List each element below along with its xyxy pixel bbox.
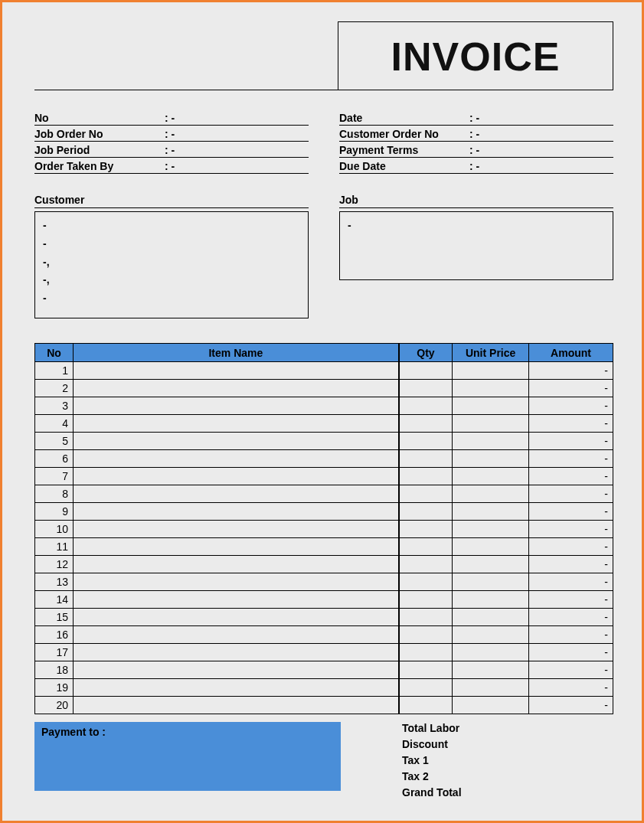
customer-line: -	[43, 289, 300, 308]
cell-amount: -	[529, 679, 613, 697]
cell-qty	[399, 538, 453, 556]
total-tax2: Tax 2	[402, 770, 613, 786]
table-row: 6-	[35, 450, 613, 468]
header-price: Unit Price	[453, 344, 529, 362]
cell-amount: -	[529, 661, 613, 679]
cell-amount: -	[529, 397, 613, 415]
cell-amount: -	[529, 468, 613, 485]
job-col: Job -	[339, 194, 613, 318]
info-section: No : - Job Order No : - Job Period : - O…	[34, 109, 613, 174]
table-row: 8-	[35, 485, 613, 503]
cell-qty	[399, 380, 453, 397]
cell-item	[73, 503, 398, 521]
cell-amount: -	[529, 415, 613, 433]
cell-qty	[399, 415, 453, 433]
cell-no: 1	[35, 362, 74, 380]
cell-price	[453, 362, 529, 380]
cell-price	[453, 415, 529, 433]
cell-no: 20	[35, 697, 74, 714]
customer-label: Customer	[34, 194, 309, 208]
cell-no: 9	[35, 503, 74, 521]
info-payment-terms: Payment Terms : -	[339, 142, 613, 158]
table-row: 9-	[35, 503, 613, 521]
cell-item	[73, 538, 398, 556]
cell-qty	[399, 433, 453, 450]
cell-qty	[399, 609, 453, 626]
cell-price	[453, 573, 529, 591]
cell-no: 12	[35, 556, 74, 573]
cell-item	[73, 397, 398, 415]
table-row: 10-	[35, 521, 613, 538]
cell-item	[73, 609, 398, 626]
info-date: Date : -	[339, 109, 613, 126]
cell-amount: -	[529, 362, 613, 380]
info-job-period-value: : -	[165, 144, 309, 156]
cell-item	[73, 573, 398, 591]
items-header-row: No Item Name Qty Unit Price Amount	[35, 344, 613, 362]
info-due-date-value: : -	[469, 160, 613, 172]
info-job-period-label: Job Period	[34, 144, 165, 156]
cell-item	[73, 450, 398, 468]
cell-price	[453, 626, 529, 644]
cell-no: 14	[35, 591, 74, 609]
cell-amount: -	[529, 521, 613, 538]
cell-item	[73, 591, 398, 609]
cell-item	[73, 644, 398, 661]
table-row: 11-	[35, 538, 613, 556]
cell-item	[73, 415, 398, 433]
info-job-period: Job Period : -	[34, 142, 309, 158]
cell-qty	[399, 556, 453, 573]
cell-qty	[399, 503, 453, 521]
info-payment-terms-value: : -	[469, 144, 613, 156]
table-row: 12-	[35, 556, 613, 573]
cell-price	[453, 450, 529, 468]
cell-no: 16	[35, 626, 74, 644]
cell-amount: -	[529, 503, 613, 521]
table-row: 7-	[35, 468, 613, 485]
cell-qty	[399, 626, 453, 644]
cell-qty	[399, 661, 453, 679]
payment-to-box: Payment to :	[34, 722, 341, 791]
cell-qty	[399, 468, 453, 485]
cell-amount: -	[529, 626, 613, 644]
info-no-label: No	[34, 112, 165, 124]
header-no: No	[35, 344, 74, 362]
cell-amount: -	[529, 556, 613, 573]
cell-no: 4	[35, 415, 74, 433]
cell-price	[453, 468, 529, 485]
cell-no: 13	[35, 573, 74, 591]
invoice-title: INVOICE	[391, 34, 561, 80]
cell-item	[73, 433, 398, 450]
info-customer-order-no-label: Customer Order No	[339, 128, 469, 140]
cell-qty	[399, 397, 453, 415]
job-box: -	[339, 211, 613, 280]
cell-price	[453, 644, 529, 661]
cell-no: 15	[35, 609, 74, 626]
table-row: 3-	[35, 397, 613, 415]
header-item: Item Name	[73, 344, 398, 362]
info-payment-terms-label: Payment Terms	[339, 144, 469, 156]
cell-price	[453, 433, 529, 450]
cell-qty	[399, 573, 453, 591]
cell-amount: -	[529, 697, 613, 714]
info-date-label: Date	[339, 112, 469, 124]
cell-item	[73, 468, 398, 485]
info-no: No : -	[34, 109, 309, 126]
customer-col: Customer - - -, -, -	[34, 194, 309, 318]
cell-item	[73, 661, 398, 679]
cell-qty	[399, 485, 453, 503]
cell-qty	[399, 362, 453, 380]
grand-total: Grand Total	[402, 786, 613, 802]
cell-item	[73, 697, 398, 714]
cell-price	[453, 661, 529, 679]
cell-qty	[399, 644, 453, 661]
info-order-taken-by-value: : -	[165, 160, 309, 172]
customer-line: -	[43, 217, 300, 235]
cell-item	[73, 626, 398, 644]
info-due-date: Due Date : -	[339, 158, 613, 174]
customer-line: -	[43, 235, 300, 253]
table-row: 19-	[35, 679, 613, 697]
info-due-date-label: Due Date	[339, 160, 469, 172]
table-row: 16-	[35, 626, 613, 644]
total-labor: Total Labor	[402, 722, 613, 738]
